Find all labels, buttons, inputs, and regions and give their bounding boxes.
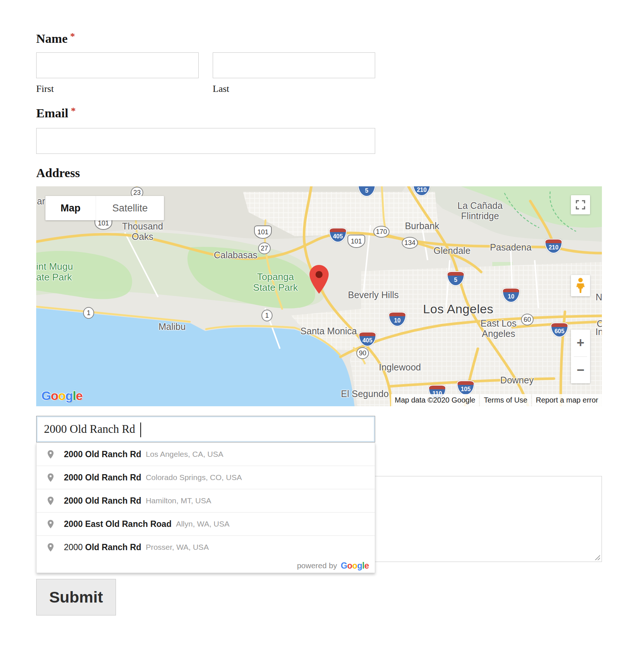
google-logo-letter: o — [352, 561, 357, 570]
address-input[interactable] — [36, 416, 375, 442]
google-logo: Google — [341, 561, 369, 571]
name-label: Name* — [36, 31, 75, 46]
map-label-city: Glendale — [434, 245, 470, 256]
autocomplete-dropdown: 2000 Old Ranch RdLos Angeles, CA, USA200… — [36, 443, 375, 573]
map-label-city: Santa Monica — [301, 326, 357, 336]
autocomplete-footer: powered by Google — [37, 559, 375, 573]
route-shield: 27 — [258, 242, 271, 254]
powered-by-text: powered by — [297, 561, 337, 570]
autocomplete-item-main: 2000 Old Ranch Rd — [64, 496, 141, 506]
map-type-control: Map Satellite — [45, 196, 164, 220]
autocomplete-item-main: Old Ranch Rd — [85, 542, 141, 552]
last-sublabel: Last — [213, 83, 229, 94]
map-pin-icon — [48, 543, 54, 552]
autocomplete-list: 2000 Old Ranch RdLos Angeles, CA, USA200… — [37, 443, 375, 559]
pegman-icon — [576, 277, 585, 294]
required-asterisk: * — [71, 106, 76, 116]
text-caret — [140, 422, 141, 437]
route-shield: 134 — [402, 237, 418, 249]
map-label-city: Calabasas — [214, 250, 257, 260]
autocomplete-item-secondary: Hamilton, MT, USA — [146, 496, 211, 505]
first-sublabel: First — [36, 83, 54, 94]
name-label-text: Name — [36, 32, 68, 45]
route-shield: 90 — [356, 347, 369, 359]
map-label-frag: In — [596, 327, 602, 337]
autocomplete-item-main: 2000 Old Ranch Rd — [64, 473, 141, 483]
pegman-button[interactable] — [571, 275, 590, 296]
zoom-out-button[interactable]: − — [571, 357, 590, 384]
google-logo-letter: o — [58, 389, 65, 403]
route-shield: 1 — [261, 310, 273, 321]
autocomplete-item-main: 2000 Old Ranch Rd — [64, 449, 141, 459]
map-canvas[interactable]: arThousand OaksCalabasasint Mugu ate Par… — [36, 186, 602, 406]
page: Name* First Last Email* Address — [0, 0, 644, 652]
autocomplete-item[interactable]: 2000 Old Ranch RdLos Angeles, CA, USA — [37, 443, 375, 466]
map-label-city: Thousand Oaks — [122, 221, 163, 242]
map-label-city: Downey — [500, 375, 534, 385]
address-label: Address — [36, 166, 80, 180]
route-shield: 60 — [521, 314, 534, 325]
google-logo-letter: o — [51, 389, 58, 403]
zoom-control: + − — [571, 330, 590, 383]
map-type-map-button[interactable]: Map — [45, 196, 96, 220]
autocomplete-item-secondary: Colorado Springs, CO, USA — [146, 473, 242, 482]
autocomplete-item[interactable]: 2000 Old Ranch RdProsser, WA, USA — [37, 535, 375, 559]
map-type-satellite-button[interactable]: Satellite — [96, 196, 164, 220]
map-label-big: Los Angeles — [423, 302, 494, 316]
autocomplete-item-main: 2000 East Old Ranch Road — [64, 519, 171, 529]
map-label-city: Inglewood — [379, 362, 421, 372]
google-logo-letter: g — [65, 389, 73, 403]
map-label-city: East Los Angeles — [480, 318, 516, 339]
fullscreen-icon — [575, 199, 586, 210]
autocomplete-item-secondary: Los Angeles, CA, USA — [146, 450, 223, 459]
last-name-input[interactable] — [213, 52, 375, 78]
autocomplete-item-prefix: 2000 — [64, 542, 85, 552]
zoom-in-button[interactable]: + — [571, 330, 590, 356]
map-label-frag: N — [596, 292, 602, 302]
google-logo[interactable]: Google — [41, 389, 82, 403]
report-map-error-link[interactable]: Report a map error — [532, 394, 602, 406]
email-label-text: Email — [36, 106, 68, 120]
first-name-input[interactable] — [36, 52, 199, 78]
map-pin-icon — [48, 473, 54, 482]
route-shield: 1 — [83, 307, 94, 319]
google-logo-letter: g — [357, 561, 362, 570]
autocomplete-item[interactable]: 2000 Old Ranch RdColorado Springs, CO, U… — [37, 466, 375, 489]
google-logo-letter: G — [341, 561, 347, 570]
map-label-city: Pasadena — [490, 242, 532, 252]
map-label-city: Malibu — [158, 321, 186, 332]
map-label-park: int Mugu ate Park — [36, 261, 73, 283]
google-logo-letter: G — [41, 389, 51, 403]
map-label-park: Topanga State Park — [253, 272, 298, 293]
map-attribution: Map data ©2020 Google Terms of Use Repor… — [390, 394, 602, 406]
map-label-city: Beverly Hills — [348, 290, 399, 300]
map-label-city: La Cañada Flintridge — [458, 200, 503, 221]
map-pin-icon — [48, 450, 54, 459]
terms-of-use-link[interactable]: Terms of Use — [480, 394, 531, 406]
required-asterisk: * — [70, 31, 75, 42]
route-shield: 170 — [373, 226, 390, 238]
map-pin-icon — [48, 520, 54, 528]
google-logo-letter: e — [364, 561, 369, 570]
autocomplete-item[interactable]: 2000 East Old Ranch RoadAllyn, WA, USA — [37, 512, 375, 535]
map-pin-icon — [48, 497, 54, 505]
map-location-marker — [309, 264, 329, 296]
map-label-city: El Segundo — [341, 389, 388, 399]
google-logo-letter: l — [73, 389, 76, 403]
map-label-city: Burbank — [405, 221, 439, 231]
map-data-attribution: Map data ©2020 Google — [391, 394, 479, 406]
email-label: Email* — [36, 106, 76, 120]
map-label-frag: ar — [37, 196, 45, 206]
autocomplete-item-secondary: Prosser, WA, USA — [146, 543, 209, 552]
autocomplete-item[interactable]: 2000 Old Ranch RdHamilton, MT, USA — [37, 489, 375, 512]
google-logo-letter: o — [347, 561, 352, 570]
google-logo-letter: e — [76, 389, 82, 403]
submit-button[interactable]: Submit — [36, 579, 116, 615]
fullscreen-button[interactable] — [571, 195, 590, 214]
email-input[interactable] — [36, 128, 375, 154]
autocomplete-item-secondary: Allyn, WA, USA — [176, 520, 229, 528]
